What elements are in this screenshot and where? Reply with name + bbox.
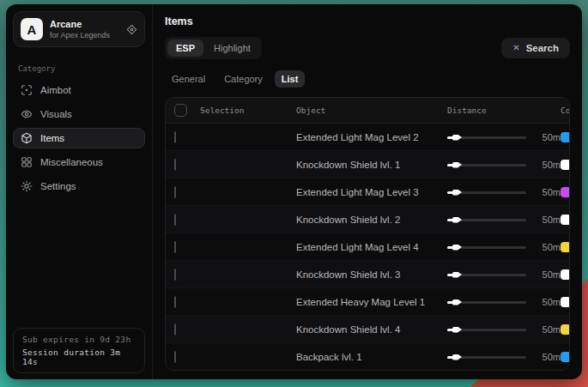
- object-name: Knockdown Shield lvl. 4: [296, 324, 447, 335]
- distance-value: 50m: [530, 269, 561, 280]
- color-swatch[interactable]: [561, 269, 570, 280]
- gem-icon[interactable]: [126, 24, 137, 35]
- color-swatch[interactable]: [561, 187, 570, 197]
- slider-thumb-icon[interactable]: [452, 190, 462, 196]
- distance-value: 50m: [530, 215, 561, 225]
- app-name: Arcane: [50, 19, 119, 29]
- crosshair-icon: [21, 84, 33, 96]
- sidebar-item-visuals[interactable]: Visuals: [13, 104, 145, 124]
- distance-slider[interactable]: [447, 131, 526, 143]
- table-row: Extended Light Mag Level 4 50m: [166, 233, 569, 261]
- row-checkbox[interactable]: [174, 324, 176, 336]
- row-checkbox[interactable]: [174, 186, 176, 198]
- distance-slider[interactable]: [447, 324, 526, 336]
- sidebar: A Arcane for Apex Legends Category Aimbo…: [6, 4, 153, 379]
- distance-slider[interactable]: [447, 214, 526, 226]
- color-swatch[interactable]: [561, 324, 570, 335]
- row-checkbox[interactable]: [174, 269, 176, 281]
- distance-slider[interactable]: [447, 351, 526, 363]
- app-avatar: A: [21, 18, 43, 40]
- gear-icon: [21, 180, 33, 192]
- sidebar-item-label: Items: [40, 133, 64, 143]
- distance-slider[interactable]: [447, 159, 526, 171]
- object-name: Knockdown Shield lvl. 3: [296, 269, 447, 280]
- slider-thumb-icon[interactable]: [452, 299, 462, 305]
- items-table: Selection Object Distance Color Extended…: [165, 97, 570, 371]
- distance-value: 50m: [530, 132, 561, 142]
- table-row: Knockdown Shield lvl. 1 50m: [166, 151, 569, 178]
- color-swatch[interactable]: [561, 352, 570, 362]
- main-panel: Items ESP Highlight ✕ Search General Cat…: [153, 4, 582, 379]
- sub-expiry-text: Sub expires in 9d 23h: [22, 335, 136, 344]
- distance-value: 50m: [530, 160, 561, 170]
- slider-thumb-icon[interactable]: [452, 217, 462, 223]
- sidebar-item-label: Settings: [40, 181, 76, 191]
- x-icon: ✕: [512, 44, 519, 52]
- session-info-box: Sub expires in 9d 23h Session duration 3…: [13, 328, 145, 373]
- app-logo-card[interactable]: A Arcane for Apex Legends: [13, 11, 145, 47]
- object-name: Extended Light Mag Level 3: [296, 187, 447, 197]
- mode-tab-group: ESP Highlight: [165, 37, 262, 59]
- sidebar-item-settings[interactable]: Settings: [13, 176, 145, 197]
- app-subtitle: for Apex Legends: [50, 31, 119, 39]
- box-icon: [21, 132, 33, 144]
- table-row: Extended Light Mag Level 3 50m: [166, 178, 569, 206]
- app-window: A Arcane for Apex Legends Category Aimbo…: [6, 4, 582, 379]
- table-row: Knockdown Shield lvl. 2 50m: [166, 206, 569, 233]
- header-selection: Selection: [200, 106, 296, 115]
- row-checkbox[interactable]: [174, 296, 176, 308]
- grid-icon: [21, 156, 33, 168]
- search-button-label: Search: [526, 43, 559, 53]
- distance-slider[interactable]: [447, 241, 526, 253]
- sidebar-item-aimbot[interactable]: Aimbot: [13, 80, 145, 100]
- distance-slider[interactable]: [447, 186, 526, 198]
- table-header-row: Selection Object Distance Color: [166, 98, 569, 124]
- object-name: Extended Light Mag Level 4: [296, 242, 447, 252]
- distance-slider[interactable]: [447, 269, 526, 281]
- header-color: Color: [561, 106, 570, 115]
- mode-tab-esp[interactable]: ESP: [167, 39, 203, 57]
- eye-icon: [21, 108, 33, 120]
- view-tab-category[interactable]: Category: [217, 70, 270, 88]
- sidebar-item-label: Aimbot: [40, 85, 71, 95]
- mode-tab-highlight[interactable]: Highlight: [205, 39, 259, 57]
- table-body: Extended Light Mag Level 2 50m Knockdown…: [166, 124, 569, 370]
- color-swatch[interactable]: [561, 132, 570, 142]
- row-checkbox[interactable]: [174, 131, 176, 143]
- color-swatch[interactable]: [561, 242, 570, 252]
- distance-slider[interactable]: [447, 296, 526, 308]
- sidebar-item-miscellaneous[interactable]: Miscellaneous: [13, 152, 145, 172]
- table-row: Extended Light Mag Level 2 50m: [166, 124, 569, 151]
- slider-thumb-icon[interactable]: [452, 135, 462, 141]
- view-tab-group: General Category List: [165, 70, 570, 88]
- sidebar-nav: Aimbot Visuals Items Miscellaneous Setti…: [6, 76, 152, 200]
- row-checkbox[interactable]: [174, 241, 176, 253]
- row-checkbox[interactable]: [174, 351, 176, 363]
- slider-thumb-icon[interactable]: [452, 327, 462, 333]
- distance-value: 50m: [530, 352, 561, 362]
- table-row: Knockdown Shield lvl. 4 50m: [166, 316, 569, 343]
- sidebar-item-label: Miscellaneous: [40, 157, 103, 167]
- object-name: Extended Light Mag Level 2: [296, 132, 447, 142]
- search-button[interactable]: ✕ Search: [501, 38, 570, 58]
- object-name: Extended Heavy Mag Level 1: [296, 297, 447, 307]
- slider-thumb-icon[interactable]: [452, 354, 462, 360]
- color-swatch[interactable]: [561, 160, 570, 170]
- row-checkbox[interactable]: [174, 214, 176, 226]
- session-duration-text: Session duration 3m 14s: [22, 348, 136, 366]
- color-swatch[interactable]: [561, 215, 570, 225]
- slider-thumb-icon[interactable]: [452, 272, 462, 278]
- view-tab-general[interactable]: General: [165, 70, 212, 88]
- slider-thumb-icon[interactable]: [452, 162, 462, 168]
- color-swatch[interactable]: [561, 297, 570, 307]
- row-checkbox[interactable]: [174, 159, 176, 171]
- table-row: Extended Heavy Mag Level 1 50m: [166, 288, 569, 316]
- slider-thumb-icon[interactable]: [452, 245, 462, 251]
- distance-value: 50m: [530, 242, 561, 252]
- view-tab-list[interactable]: List: [275, 70, 306, 88]
- select-all-checkbox[interactable]: [174, 104, 187, 117]
- object-name: Knockdown Shield lvl. 2: [296, 215, 447, 225]
- sidebar-item-items[interactable]: Items: [13, 128, 145, 148]
- header-distance: Distance: [447, 106, 530, 115]
- table-row: Backpack lvl. 1 50m: [166, 343, 569, 370]
